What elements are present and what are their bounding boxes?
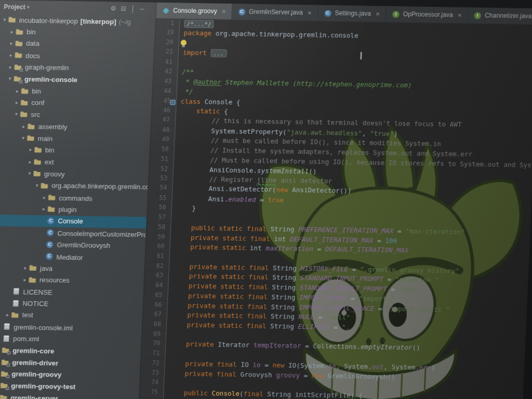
code-token: new (312, 371, 324, 380)
tab-label: Console.groovy (173, 7, 217, 15)
line-number[interactable]: 49 (150, 136, 175, 145)
package-icon (40, 181, 49, 190)
close-tab-icon[interactable]: × (308, 9, 312, 17)
line-number[interactable]: 74 (140, 378, 165, 388)
tab-console-groovy[interactable]: Console.groovy× (156, 3, 232, 20)
tree-item-label: incubator-tinkerpop (19, 16, 78, 25)
chevron-collapsed-icon[interactable]: ▸ (27, 148, 34, 153)
close-tab-icon[interactable]: × (222, 7, 226, 15)
chevron-collapsed-icon[interactable]: ▸ (7, 64, 14, 70)
chevron-expanded-icon[interactable]: ▾ (1, 17, 8, 22)
folder-icon (20, 110, 29, 119)
chevron-collapsed-icon[interactable]: ▸ (20, 124, 28, 129)
line-number[interactable]: 21 (154, 48, 179, 58)
line-number[interactable]: 69 (142, 330, 167, 340)
hide-panel-icon[interactable]: ─ (140, 5, 144, 12)
line-number[interactable]: 19 (155, 29, 180, 38)
chevron-expanded-icon[interactable]: ▾ (6, 76, 14, 82)
chevron-collapsed-icon[interactable]: ▸ (14, 100, 21, 105)
chevron-collapsed-icon[interactable]: ▸ (8, 29, 16, 34)
close-tab-icon[interactable]: × (458, 11, 462, 19)
line-number[interactable]: 59 (146, 233, 171, 243)
chevron-collapsed-icon[interactable]: ▸ (7, 52, 15, 58)
line-number[interactable]: 51 (150, 155, 175, 165)
settings-gear-icon[interactable]: ⚙ (110, 5, 116, 12)
line-number[interactable]: 41 (154, 58, 179, 68)
chevron-collapsed-icon[interactable]: ▸ (8, 41, 15, 46)
code-token: class (181, 97, 201, 105)
tree-item-label: GremlinGroovysh (57, 241, 110, 250)
line-number[interactable]: 55 (148, 194, 173, 204)
collapse-all-icon[interactable]: ⊟ (121, 5, 126, 12)
chevron-expanded-icon[interactable]: ▾ (13, 112, 20, 117)
code-token: = (260, 361, 273, 369)
code-token: final (248, 283, 268, 291)
line-number[interactable]: 67 (143, 310, 168, 320)
chevron-expanded-icon[interactable]: ▾ (26, 171, 33, 176)
line-number[interactable]: 47 (151, 116, 176, 126)
editor-body[interactable]: 1/*...*/19package org.apache.tinkerpop.g… (139, 19, 532, 399)
chevron-down-icon[interactable]: ▾ (27, 5, 30, 10)
line-number[interactable]: 62 (145, 262, 170, 272)
code-token: org.apache.tinkerpop.gremlin.console (211, 30, 358, 40)
line-number[interactable]: 45 (152, 97, 177, 107)
tab-opprocessor-java[interactable]: IOpProcessor.java× (386, 6, 469, 23)
line-number[interactable]: 58 (147, 223, 171, 233)
chevron-collapsed-icon[interactable]: ▸ (4, 312, 11, 317)
tab-label: Channelizer.java (485, 12, 532, 20)
line-number[interactable]: 50 (150, 145, 175, 155)
folder-icon (47, 205, 57, 214)
code-editor[interactable]: 1/*...*/19package org.apache.tinkerpop.g… (139, 19, 532, 399)
line-number[interactable]: 57 (147, 213, 172, 223)
chevron-collapsed-icon[interactable]: ▸ (41, 207, 48, 212)
line-number[interactable]: 54 (148, 184, 173, 194)
tab-channelizer-java[interactable]: IChannelizer.java× (468, 7, 532, 24)
code-token: String (267, 225, 299, 233)
chevron-collapsed-icon[interactable]: ▸ (14, 88, 21, 93)
line-number[interactable]: 61 (145, 252, 170, 262)
line-number[interactable]: 46 (152, 107, 177, 116)
line-number[interactable]: 75 (139, 388, 164, 398)
line-number[interactable]: 65 (143, 291, 168, 301)
code-token: /** (182, 68, 194, 76)
line-number[interactable]: 42 (153, 68, 178, 77)
tab-settings-java[interactable]: CSettings.java× (317, 5, 387, 22)
line-number[interactable]: 63 (144, 271, 169, 281)
line-number[interactable]: 64 (144, 281, 169, 291)
line-number[interactable]: 53 (149, 174, 174, 184)
chevron-collapsed-icon[interactable]: ▸ (22, 265, 29, 271)
line-number[interactable]: 48 (151, 126, 176, 136)
line-number[interactable]: 66 (143, 301, 168, 311)
code-token: = (374, 304, 387, 313)
line-number[interactable]: 70 (141, 339, 166, 349)
chevron-expanded-icon[interactable]: ▾ (33, 183, 41, 188)
line-number[interactable]: 20 (155, 38, 180, 48)
chevron-collapsed-icon[interactable]: ▸ (41, 195, 48, 200)
line-number[interactable]: 52 (149, 165, 174, 175)
line-number[interactable]: 1 (155, 19, 180, 29)
line-number[interactable]: 56 (148, 204, 172, 214)
line-number[interactable]: 72 (141, 359, 166, 369)
project-panel-title[interactable]: Project (4, 3, 25, 11)
line-number[interactable]: 71 (141, 349, 166, 359)
chevron-collapsed-icon[interactable]: ▸ (26, 159, 34, 164)
code-token: ansi detector (276, 176, 332, 185)
line-number[interactable]: 73 (140, 369, 165, 379)
line-number[interactable]: 68 (142, 320, 167, 330)
line-number[interactable]: 60 (145, 242, 170, 252)
code-token: emptyIterator (361, 343, 413, 352)
tab-gremlinserver-java[interactable]: CGremlinServer.java× (232, 4, 318, 21)
chevron-collapsed-icon[interactable]: ▸ (21, 277, 29, 282)
tree-item-label: ext (45, 158, 54, 166)
project-tool-window: Project ▾ ⚙⊟│─ ▾incubator-tinkerpop[tink… (0, 0, 156, 399)
code-token: groovy (276, 371, 300, 379)
code-token: , (362, 129, 370, 137)
chevron-expanded-icon[interactable]: ▾ (20, 136, 27, 141)
line-number[interactable]: 44 (153, 87, 178, 97)
intention-bulb-icon[interactable] (181, 39, 187, 45)
code-token: ) (431, 364, 435, 371)
close-tab-icon[interactable]: × (376, 10, 380, 18)
tree-item-label: groovy (44, 170, 65, 178)
line-number[interactable]: 43 (153, 77, 178, 87)
code-token: = (347, 294, 359, 302)
